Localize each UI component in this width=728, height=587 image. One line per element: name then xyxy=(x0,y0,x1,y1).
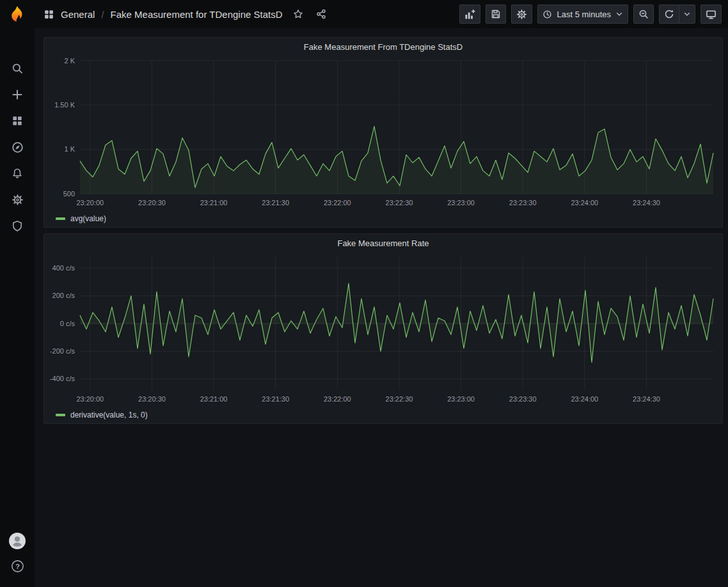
panel-fake-measurement-rate: Fake Measurement Rate -400 c/s-200 c/s0 … xyxy=(44,233,723,424)
panel-add-icon xyxy=(464,9,475,20)
svg-text:23:24:00: 23:24:00 xyxy=(571,199,598,207)
refresh-interval-dropdown[interactable] xyxy=(679,4,695,24)
breadcrumb-separator: / xyxy=(101,9,104,20)
breadcrumb-dashboard-title[interactable]: Fake Measurement for TDengine StatsD xyxy=(111,9,283,20)
panel-legend: avg(value) xyxy=(44,210,722,227)
refresh-icon xyxy=(664,9,674,19)
dashboard-grid: Fake Measurement From TDengine StatsD 50… xyxy=(35,28,728,424)
svg-text:23:21:30: 23:21:30 xyxy=(262,395,289,403)
sidebar-item-server-admin[interactable] xyxy=(9,217,26,234)
svg-text:23:23:30: 23:23:30 xyxy=(509,395,537,403)
sidebar-item-search[interactable] xyxy=(9,60,26,77)
sidebar: ? xyxy=(0,0,35,587)
legend-series-swatch xyxy=(56,414,65,416)
svg-text:?: ? xyxy=(15,562,19,570)
svg-text:1 K: 1 K xyxy=(64,145,75,153)
svg-text:200 c/s: 200 c/s xyxy=(52,292,75,299)
time-range-picker[interactable]: Last 5 minutes xyxy=(537,4,628,24)
gear-icon xyxy=(516,9,527,20)
svg-text:23:20:00: 23:20:00 xyxy=(76,199,104,207)
shield-icon xyxy=(12,220,23,231)
sidebar-item-alerting[interactable] xyxy=(9,165,26,182)
timeseries-chart[interactable]: 5001 K1.50 K2 K23:20:0023:20:3023:21:002… xyxy=(44,56,722,210)
svg-text:23:24:30: 23:24:30 xyxy=(633,199,660,207)
user-avatar[interactable] xyxy=(9,533,26,549)
clock-icon xyxy=(542,10,552,19)
svg-text:23:20:30: 23:20:30 xyxy=(138,199,166,207)
svg-text:0 c/s: 0 c/s xyxy=(60,320,75,327)
panel-title[interactable]: Fake Measurement From TDengine StatsD xyxy=(304,42,463,52)
zoom-out-button[interactable] xyxy=(633,4,654,24)
grafana-flame-icon xyxy=(8,4,27,24)
share-dashboard-button[interactable] xyxy=(313,6,329,22)
chevron-down-icon xyxy=(615,10,623,18)
refresh-button[interactable] xyxy=(659,4,679,24)
svg-text:23:22:30: 23:22:30 xyxy=(386,395,413,403)
sidebar-item-explore[interactable] xyxy=(9,139,26,155)
star-icon xyxy=(293,9,303,19)
add-panel-button[interactable] xyxy=(459,4,480,24)
timeseries-chart[interactable]: -400 c/s-200 c/s0 c/s200 c/s400 c/s23:20… xyxy=(44,252,722,407)
dashboard-toolbar: Last 5 minutes xyxy=(459,4,722,24)
svg-text:1.50 K: 1.50 K xyxy=(54,101,75,109)
sidebar-item-dashboards[interactable] xyxy=(9,113,26,129)
avatar-icon xyxy=(9,533,26,549)
chart-canvas[interactable]: 5001 K1.50 K2 K23:20:0023:20:3023:21:002… xyxy=(44,56,722,210)
svg-text:23:24:30: 23:24:30 xyxy=(633,395,660,403)
apps-grid-icon xyxy=(44,9,54,20)
svg-text:23:24:00: 23:24:00 xyxy=(571,395,598,403)
svg-text:-400 c/s: -400 c/s xyxy=(50,375,75,382)
sidebar-nav xyxy=(9,60,26,234)
svg-text:-200 c/s: -200 c/s xyxy=(50,347,75,355)
sidebar-item-add[interactable] xyxy=(9,86,26,103)
svg-text:23:22:00: 23:22:00 xyxy=(324,395,351,403)
zoom-out-icon xyxy=(638,9,649,19)
save-dashboard-button[interactable] xyxy=(486,4,506,24)
svg-text:2 K: 2 K xyxy=(64,57,75,65)
svg-text:23:23:00: 23:23:00 xyxy=(447,199,475,207)
svg-text:23:20:30: 23:20:30 xyxy=(138,395,166,403)
dashboard-settings-button[interactable] xyxy=(511,4,532,24)
help-button[interactable]: ? xyxy=(9,558,26,574)
dashboards-grid-icon xyxy=(12,115,23,127)
sidebar-bottom: ? xyxy=(9,533,26,574)
legend-series-label[interactable]: derivative(value, 1s, 0) xyxy=(70,411,148,419)
plus-icon xyxy=(12,89,23,100)
save-icon xyxy=(491,9,501,19)
svg-text:23:21:00: 23:21:00 xyxy=(200,395,228,403)
svg-text:23:23:00: 23:23:00 xyxy=(447,395,475,403)
chevron-down-icon xyxy=(683,10,691,18)
star-dashboard-button[interactable] xyxy=(290,6,306,22)
bell-icon xyxy=(12,168,23,179)
svg-text:23:21:00: 23:21:00 xyxy=(200,199,228,207)
svg-text:23:20:00: 23:20:00 xyxy=(76,395,104,403)
breadcrumb-folder[interactable]: General xyxy=(61,9,95,20)
top-navbar: General / Fake Measurement for TDengine … xyxy=(35,0,728,28)
cycle-view-mode-button[interactable] xyxy=(700,4,722,24)
panel-title[interactable]: Fake Measurement Rate xyxy=(337,239,429,248)
refresh-split-button xyxy=(659,4,695,24)
svg-text:23:21:30: 23:21:30 xyxy=(262,199,289,207)
panel-fake-measurement: Fake Measurement From TDengine StatsD 50… xyxy=(44,37,723,228)
chart-canvas[interactable]: -400 c/s-200 c/s0 c/s200 c/s400 c/s23:20… xyxy=(44,252,722,407)
grafana-logo[interactable] xyxy=(0,0,35,28)
sidebar-item-configuration[interactable] xyxy=(9,191,26,208)
panel-header: Fake Measurement From TDengine StatsD xyxy=(44,38,722,56)
panel-legend: derivative(value, 1s, 0) xyxy=(44,407,722,423)
svg-text:23:23:30: 23:23:30 xyxy=(509,199,537,207)
search-icon xyxy=(12,63,23,74)
svg-text:500: 500 xyxy=(63,190,75,198)
compass-icon xyxy=(12,141,24,153)
panel-header: Fake Measurement Rate xyxy=(44,234,722,252)
time-range-label: Last 5 minutes xyxy=(557,10,611,19)
gear-icon xyxy=(12,194,24,206)
svg-text:23:22:00: 23:22:00 xyxy=(324,199,351,207)
share-icon xyxy=(316,9,326,19)
legend-series-label[interactable]: avg(value) xyxy=(70,214,106,223)
legend-series-swatch xyxy=(56,217,65,220)
help-circle-icon: ? xyxy=(11,560,24,573)
svg-text:400 c/s: 400 c/s xyxy=(52,264,75,272)
svg-text:23:22:30: 23:22:30 xyxy=(386,199,413,207)
monitor-icon xyxy=(706,9,716,20)
